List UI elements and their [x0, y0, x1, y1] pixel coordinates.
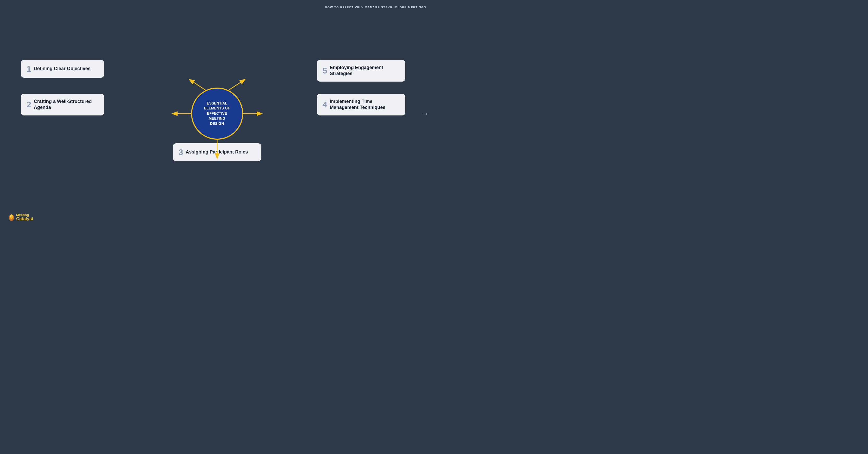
center-circle: ESSENTIAL ELEMENTS OF EFFECTIVE MEETING …: [191, 88, 243, 140]
item-box-4: 4 Implementing Time Management Technique…: [317, 94, 405, 115]
nav-arrow-right[interactable]: →: [420, 108, 429, 119]
item-label-1: Defining Clear Objectives: [34, 66, 91, 72]
logo-text-catalyst: Catalyst: [16, 217, 33, 221]
item-label-5: Employing Engagement Strategies: [330, 65, 400, 77]
logo-text-group: Meeting Catalyst: [16, 213, 33, 221]
logo-icon: [8, 212, 15, 222]
item-box-2: 2 Crafting a Well-Structured Agenda: [21, 94, 104, 115]
logo-area: Meeting Catalyst: [8, 212, 33, 222]
item-number-4: 4: [322, 100, 327, 109]
item-label-3: Assigning Participant Roles: [186, 149, 248, 155]
item-box-5: 5 Employing Engagement Strategies: [317, 60, 405, 82]
item-label-4: Implementing Time Management Techniques: [330, 98, 400, 111]
page-container: HOW TO EFFECTIVELY MANAGE STAKEHOLDER ME…: [0, 0, 434, 227]
item-number-2: 2: [27, 100, 31, 109]
logo-wrapper: Meeting Catalyst: [8, 212, 33, 222]
item-box-1: 1 Defining Clear Objectives: [21, 60, 104, 78]
item-number-5: 5: [322, 66, 327, 75]
center-circle-text: ESSENTIAL ELEMENTS OF EFFECTIVE MEETING …: [202, 98, 233, 129]
item-label-2: Crafting a Well-Structured Agenda: [34, 98, 98, 111]
item-number-1: 1: [27, 65, 31, 73]
item-box-3: 3 Assigning Participant Roles: [173, 143, 261, 161]
page-title: HOW TO EFFECTIVELY MANAGE STAKEHOLDER ME…: [325, 6, 426, 9]
item-number-3: 3: [179, 148, 183, 157]
